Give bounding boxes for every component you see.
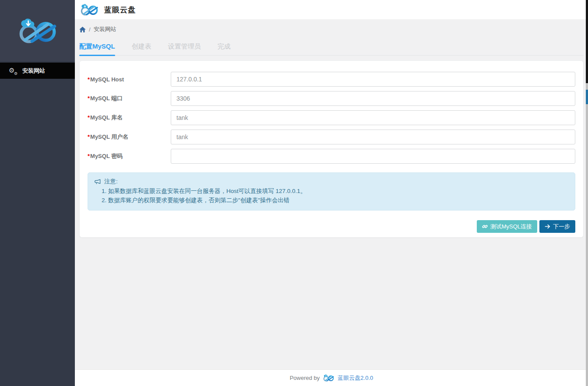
sidebar-item-label: 安装网站 xyxy=(22,67,45,75)
tab-label: 创建表 xyxy=(132,42,151,50)
tab-finish[interactable]: 完成 xyxy=(218,42,231,55)
required-asterisk: * xyxy=(88,114,90,121)
sidebar-nav: ⚙⚙ 安装网站 xyxy=(0,61,75,79)
app-window: ⚙⚙ 安装网站 蓝眼云盘 / 安装网站 配置MySQL创建表设置管理员完成 *M… xyxy=(0,0,588,386)
note-box: 注意: 如果数据库和蓝眼云盘安装在同一台服务器，Host可以直接填写 127.0… xyxy=(88,172,575,211)
required-asterisk: * xyxy=(88,153,90,159)
megaphone-icon xyxy=(95,179,101,185)
next-step-button[interactable]: 下一步 xyxy=(539,220,575,233)
note-list: 如果数据库和蓝眼云盘安装在同一台服务器，Host可以直接填写 127.0.0.1… xyxy=(95,187,568,204)
powered-by-text: Powered by xyxy=(290,375,320,381)
next-button-label: 下一步 xyxy=(553,223,570,231)
note-item: 数据库账户的权限要求要能够创建表，否则第二步"创建表"操作会出错 xyxy=(108,197,568,204)
tab-create-tables[interactable]: 创建表 xyxy=(132,42,151,55)
footer: Powered by 蓝眼云盘2.0.0 xyxy=(75,369,588,386)
wizard-tabs: 配置MySQL创建表设置管理员完成 xyxy=(79,42,584,56)
tank-logo-icon xyxy=(17,18,59,44)
app-title: 蓝眼云盘 xyxy=(104,5,136,15)
note-title-row: 注意: xyxy=(95,178,568,186)
tank-logo-icon xyxy=(323,374,334,382)
tank-logo-icon xyxy=(79,4,99,16)
form-row: *MySQL 库名 xyxy=(88,110,575,125)
note-item: 如果数据库和蓝眼云盘安装在同一台服务器，Host可以直接填写 127.0.0.1… xyxy=(108,187,568,195)
tab-config-mysql[interactable]: 配置MySQL xyxy=(79,42,115,55)
required-asterisk: * xyxy=(88,133,90,140)
sidebar: ⚙⚙ 安装网站 xyxy=(0,0,75,386)
scrollbar-thumb[interactable] xyxy=(586,90,588,104)
link-icon xyxy=(482,224,488,229)
mysql-host-input[interactable] xyxy=(171,72,575,87)
sidebar-item-install-site[interactable]: ⚙⚙ 安装网站 xyxy=(0,63,75,79)
top-header: 蓝眼云盘 xyxy=(75,0,588,19)
field-label: *MySQL 用户名 xyxy=(88,133,171,141)
home-icon[interactable] xyxy=(79,27,86,32)
tab-label: 配置MySQL xyxy=(79,42,115,50)
breadcrumb: / 安装网站 xyxy=(79,19,584,33)
note-title: 注意: xyxy=(104,178,118,186)
mysql-config-panel: *MySQL Host *MySQL 端口 *MySQL 库名 *MySQL 用… xyxy=(79,60,584,238)
actions-row: 测试MySQL连接 下一步 xyxy=(88,220,575,233)
tab-label: 完成 xyxy=(218,42,231,50)
mysql-database-input[interactable] xyxy=(171,110,575,125)
cogs-icon: ⚙⚙ xyxy=(9,67,17,74)
scrollbar-dark-segment xyxy=(586,0,588,83)
mysql-port-input[interactable] xyxy=(171,91,575,106)
form-row: *MySQL 用户名 xyxy=(88,130,575,144)
sidebar-logo-area xyxy=(0,0,75,61)
form-row: *MySQL 密码 xyxy=(88,149,575,164)
mysql-username-input[interactable] xyxy=(171,130,575,144)
field-label: *MySQL 端口 xyxy=(88,95,171,102)
form-row: *MySQL 端口 xyxy=(88,91,575,106)
breadcrumb-current: 安装网站 xyxy=(94,25,116,33)
content-area: / 安装网站 配置MySQL创建表设置管理员完成 *MySQL Host *My… xyxy=(75,19,588,369)
test-mysql-connection-button[interactable]: 测试MySQL连接 xyxy=(477,220,537,233)
main-area: 蓝眼云盘 / 安装网站 配置MySQL创建表设置管理员完成 *MySQL Hos… xyxy=(75,0,588,386)
field-label: *MySQL 库名 xyxy=(88,114,171,122)
footer-brand-link[interactable]: 蓝眼云盘2.0.0 xyxy=(338,374,373,382)
required-asterisk: * xyxy=(88,76,90,83)
form-row: *MySQL Host xyxy=(88,72,575,87)
field-label: *MySQL Host xyxy=(88,76,171,83)
scrollbar-track xyxy=(586,0,588,386)
required-asterisk: * xyxy=(88,95,90,102)
test-button-label: 测试MySQL连接 xyxy=(490,223,532,231)
field-label: *MySQL 密码 xyxy=(88,152,171,160)
breadcrumb-separator: / xyxy=(89,26,91,33)
arrow-right-icon xyxy=(545,224,550,229)
mysql-password-input[interactable] xyxy=(171,149,575,164)
tab-set-admin[interactable]: 设置管理员 xyxy=(168,42,201,55)
mysql-form: *MySQL Host *MySQL 端口 *MySQL 库名 *MySQL 用… xyxy=(88,72,575,164)
tab-label: 设置管理员 xyxy=(168,42,201,50)
